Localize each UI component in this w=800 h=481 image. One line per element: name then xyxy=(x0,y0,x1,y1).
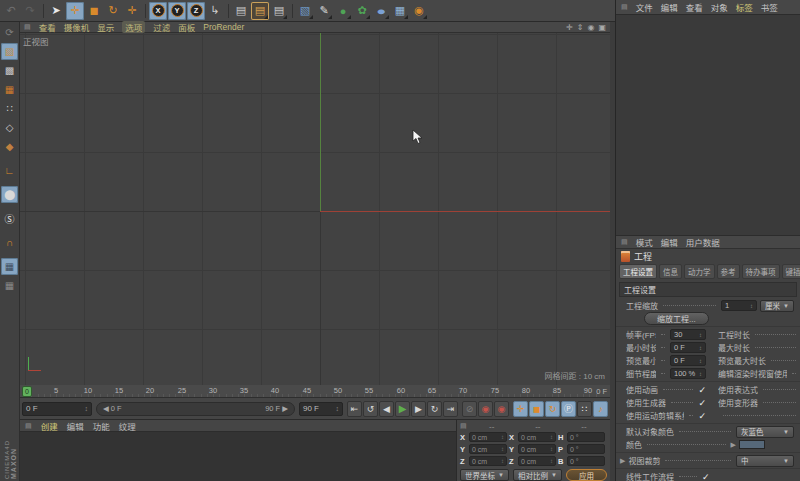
rotation-field[interactable]: 0 ° xyxy=(567,456,605,466)
attribute-value-field[interactable]: 0 F↕ xyxy=(670,355,706,366)
key-rotation-toggle[interactable]: ↻ xyxy=(545,401,560,417)
material-menu-item[interactable]: 纹理 xyxy=(119,420,136,432)
object-manager-menu-item[interactable]: 查看 xyxy=(686,1,703,13)
checkbox-checked-icon[interactable]: ✓ xyxy=(698,398,706,408)
attribute-tab[interactable]: 信息 xyxy=(659,264,682,279)
viewport-solo-button[interactable]: ⬤ xyxy=(1,186,18,203)
pan-view-icon[interactable]: ✛ xyxy=(566,23,573,32)
scale-tool[interactable]: ◼ xyxy=(85,2,103,20)
expand-arrow-icon[interactable]: ▶ xyxy=(620,457,625,465)
object-manager-menu-item[interactable]: 对象 xyxy=(711,1,728,13)
rotate-view-icon[interactable]: ◉ xyxy=(587,23,594,32)
workplane-grid-button[interactable]: ▦ xyxy=(1,277,18,294)
apply-button[interactable]: 应用 xyxy=(566,469,607,481)
play-button[interactable]: ▶ xyxy=(395,401,410,417)
zoom-view-icon[interactable]: ⇕ xyxy=(577,23,584,32)
attribute-menu-item[interactable]: 编辑 xyxy=(661,236,678,248)
preview-range-slider[interactable]: ◀ 0 F 90 F ▶ xyxy=(96,402,295,416)
make-editable-button[interactable]: ⟳ xyxy=(1,24,18,41)
viewport-menu-item[interactable]: 显示 xyxy=(97,21,114,33)
attribute-tab[interactable]: 工程设置 xyxy=(619,264,657,279)
size-field[interactable]: 0 cm↕ xyxy=(518,432,556,442)
render-settings-button[interactable]: ▤ xyxy=(270,2,288,20)
attribute-tab[interactable]: 动力学 xyxy=(684,264,715,279)
spinner-icon[interactable]: ↕ xyxy=(85,405,89,412)
object-manager-menu-item[interactable]: 标签 xyxy=(736,1,753,13)
add-environment-button[interactable]: ● xyxy=(372,2,390,20)
position-field[interactable]: 0 cm↕ xyxy=(469,444,507,454)
edges-mode-button[interactable]: ◇ xyxy=(1,119,18,136)
size-field[interactable]: 0 cm↕ xyxy=(518,456,556,466)
view-clipping-dropdown[interactable]: 中▼ xyxy=(736,455,794,467)
next-key-button[interactable]: ↻ xyxy=(427,401,442,417)
size-field[interactable]: 0 cm↕ xyxy=(518,444,556,454)
y-axis-lock[interactable]: Y xyxy=(168,2,186,20)
keyframe-selection-button[interactable]: ◉ xyxy=(494,401,509,417)
default-object-color-dropdown[interactable]: 灰蓝色▼ xyxy=(736,426,794,438)
add-generator-button[interactable]: ● xyxy=(334,2,352,20)
attribute-menu-item[interactable]: 用户数据 xyxy=(686,236,720,248)
goto-start-button[interactable]: ⇤ xyxy=(347,401,362,417)
add-deformer-button[interactable]: ✿ xyxy=(353,2,371,20)
recent-tool-move[interactable]: ✛ xyxy=(123,2,141,20)
separator[interactable] xyxy=(40,2,46,20)
section-header[interactable]: 工程设置 xyxy=(619,282,797,297)
key-parameter-toggle[interactable]: Ⓟ xyxy=(561,401,576,417)
attribute-value-field[interactable]: 30↕ xyxy=(670,329,706,340)
x-axis-lock[interactable]: X xyxy=(149,2,167,20)
size-mode-dropdown[interactable]: 相对比例▼ xyxy=(513,469,562,481)
rotation-field[interactable]: 0 ° xyxy=(567,432,605,442)
quantize-button[interactable]: ∩ xyxy=(1,234,18,251)
object-manager-menu-item[interactable]: 书签 xyxy=(761,1,778,13)
viewport-menu-item[interactable]: 过滤 xyxy=(153,21,170,33)
coord-system-toggle[interactable]: ↳ xyxy=(206,2,224,20)
move-tool[interactable]: ✛ xyxy=(66,2,84,20)
next-frame-button[interactable]: ▶ xyxy=(411,401,426,417)
separator[interactable] xyxy=(142,2,148,20)
end-frame-field[interactable]: 90 F↕ xyxy=(299,402,343,416)
coordinate-space-dropdown[interactable]: 世界坐标▼ xyxy=(460,469,509,481)
add-camera-button[interactable]: ◉ xyxy=(410,2,428,20)
prev-key-button[interactable]: ↺ xyxy=(363,401,378,417)
play-sound-toggle[interactable]: ♪ xyxy=(593,401,608,417)
viewport-menu-item[interactable]: 面板 xyxy=(178,21,195,33)
toggle-view-icon[interactable]: ▣ xyxy=(598,23,606,32)
add-cube-button[interactable]: ▧ xyxy=(296,2,314,20)
project-scale-field[interactable]: 1↕ xyxy=(721,300,757,311)
points-mode-button[interactable]: ∷ xyxy=(1,100,18,117)
model-mode-button[interactable]: ▧ xyxy=(1,43,18,60)
material-menu-item[interactable]: 编辑 xyxy=(67,420,84,432)
attribute-tab[interactable]: 键插值 xyxy=(782,264,800,279)
playhead[interactable]: 0 xyxy=(22,386,32,397)
attribute-tab[interactable]: 待办事项 xyxy=(742,264,780,279)
add-spline-button[interactable]: ✎ xyxy=(315,2,333,20)
add-floor-button[interactable]: ▦ xyxy=(391,2,409,20)
separator[interactable] xyxy=(225,2,231,20)
redo-icon[interactable]: ↷ xyxy=(21,2,39,20)
z-axis-lock[interactable]: Z xyxy=(187,2,205,20)
prev-frame-button[interactable]: ◀ xyxy=(379,401,394,417)
unit-dropdown[interactable]: 厘米▼ xyxy=(760,300,794,312)
position-field[interactable]: 0 cm↕ xyxy=(469,456,507,466)
render-view-button[interactable]: ▤ xyxy=(232,2,250,20)
key-position-toggle[interactable]: ✛ xyxy=(513,401,528,417)
checkbox-checked-icon[interactable]: ✓ xyxy=(698,411,706,421)
undo-icon[interactable]: ↶ xyxy=(2,2,20,20)
key-scale-toggle[interactable]: ◼ xyxy=(529,401,544,417)
record-objects-button[interactable]: ⊘ xyxy=(462,401,477,417)
checkbox-checked-icon[interactable]: ✓ xyxy=(702,472,710,481)
attribute-menu-item[interactable]: 模式 xyxy=(636,236,653,248)
rotate-tool[interactable]: ↻ xyxy=(104,2,122,20)
object-manager-menu-item[interactable]: 编辑 xyxy=(661,1,678,13)
current-frame-field[interactable]: 0 F↕ xyxy=(22,402,92,416)
render-picture-viewer-button[interactable]: ▤ xyxy=(251,2,269,20)
timeline-ruler[interactable]: 0 51015202530354045505560657075808590 0 … xyxy=(20,385,610,398)
attribute-value-field[interactable]: 100 %↕ xyxy=(670,368,706,379)
object-manager-menu-item[interactable]: 文件 xyxy=(636,1,653,13)
snap-button[interactable]: Ⓢ xyxy=(1,210,18,227)
material-menu-item[interactable]: 创建 xyxy=(41,420,58,432)
attribute-value-field[interactable]: 0 F↕ xyxy=(670,342,706,353)
position-field[interactable]: 0 cm↕ xyxy=(469,432,507,442)
spinner-icon[interactable]: ↕ xyxy=(336,405,340,412)
viewport-menu-item[interactable]: 查看 xyxy=(39,21,56,33)
